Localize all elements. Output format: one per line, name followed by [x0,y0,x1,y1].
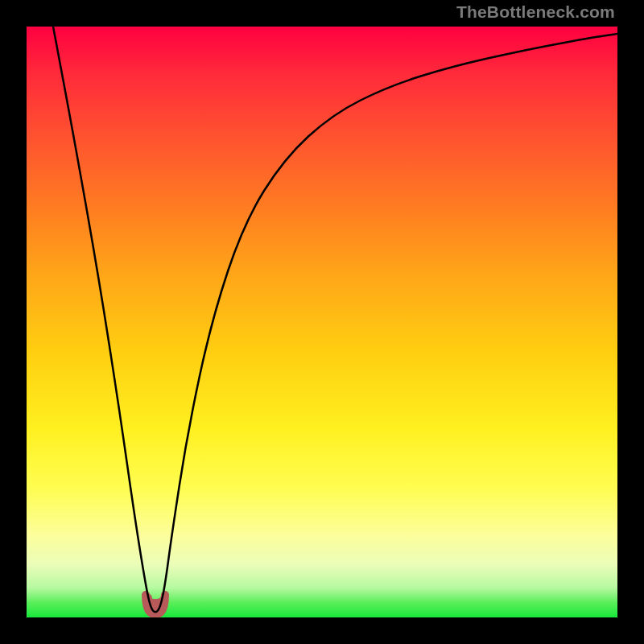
chart-svg [27,27,617,617]
chart-frame: TheBottleneck.com [0,0,644,644]
watermark-text: TheBottleneck.com [456,2,615,22]
plot-area [27,27,617,617]
bottleneck-curve [53,27,617,612]
